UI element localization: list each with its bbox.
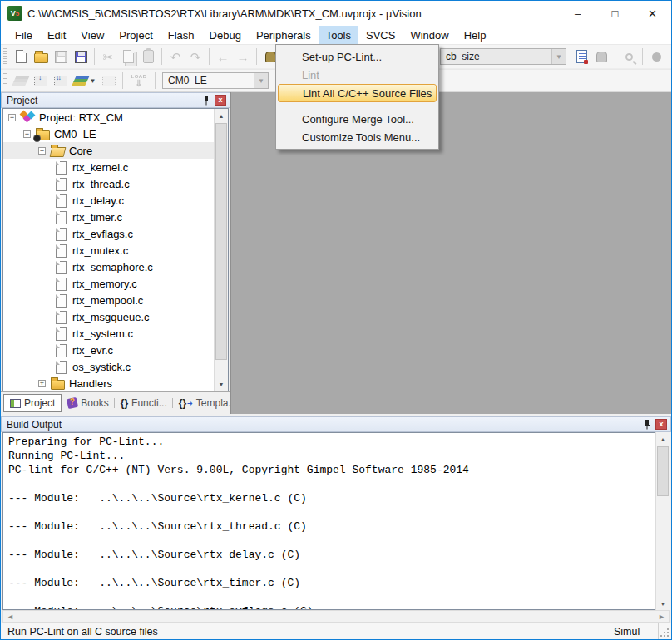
debug-session-button[interactable] <box>619 47 639 66</box>
build-output-line <box>8 477 669 491</box>
build-output-line: Preparing for PC-Lint... <box>8 435 669 449</box>
tree-item[interactable]: rtx_evr.c <box>3 342 228 358</box>
menu-bar-item[interactable]: Flash <box>161 26 202 44</box>
panel-tab[interactable]: Functi... <box>115 394 173 412</box>
scrollbar-thumb[interactable] <box>215 123 227 360</box>
toolbar-grip[interactable] <box>3 48 7 65</box>
build-output-scrollbar[interactable]: ▲ ▼ <box>655 432 670 610</box>
tree-expander[interactable] <box>23 130 31 138</box>
save-button[interactable] <box>51 47 71 66</box>
scroll-left-icon[interactable]: ◄ <box>7 613 14 621</box>
menu-bar-item[interactable]: View <box>73 26 111 44</box>
tab-icon <box>67 397 78 409</box>
project-tree-scrollbar[interactable]: ▲ ▼ <box>214 109 228 391</box>
new-file-button[interactable] <box>11 47 31 66</box>
build-output-line: --- Module: ..\..\..\Source\rtx_kernel.c… <box>8 491 669 505</box>
find-button[interactable] <box>591 47 611 66</box>
menu-bar-item[interactable]: Peripherals <box>249 26 319 44</box>
build-output-console[interactable]: Preparing for PC-Lint...Running PC-Lint.… <box>2 432 670 610</box>
tree-item[interactable]: rtx_system.c <box>3 325 228 342</box>
paste-button[interactable] <box>138 47 158 66</box>
target-select-combobox[interactable]: CM0_LE ▼ <box>162 72 269 89</box>
menu-bar-item[interactable]: Debug <box>202 26 249 44</box>
save-all-button[interactable] <box>71 47 91 66</box>
menu-bar-item[interactable]: Tools <box>319 26 358 44</box>
build-output-hscrollbar[interactable]: ◄ ► <box>2 610 670 623</box>
tree-expander[interactable] <box>8 114 16 121</box>
menu-bar-item[interactable]: Help <box>457 26 494 44</box>
build-icon <box>34 76 47 86</box>
tree-item[interactable]: rtx_kernel.c <box>3 159 228 175</box>
copy-button[interactable] <box>118 47 138 66</box>
scroll-down-icon[interactable]: ▼ <box>656 597 670 610</box>
build-output-close-button[interactable]: x <box>655 419 667 430</box>
tools-menu-item[interactable] <box>278 102 437 110</box>
chevron-down-icon[interactable]: ▼ <box>551 49 566 64</box>
pin-icon[interactable] <box>201 95 211 106</box>
tree-expander[interactable] <box>38 380 46 387</box>
maximize-button[interactable]: □ <box>596 1 634 26</box>
menu-bar-item[interactable]: Edit <box>40 26 73 44</box>
project-panel-close-button[interactable]: x <box>215 95 226 106</box>
resize-grip[interactable] <box>658 623 671 639</box>
scroll-right-icon[interactable]: ► <box>658 613 665 621</box>
download-button[interactable]: LOAD <box>126 71 151 91</box>
undo-button[interactable]: ↶ <box>166 47 185 66</box>
stop-build-button[interactable] <box>99 71 119 91</box>
menu-bar-item[interactable]: SVCS <box>358 26 403 44</box>
tree-item[interactable]: rtx_evflags.c <box>3 225 228 242</box>
tree-item[interactable]: CM0_LE <box>3 126 228 142</box>
chevron-down-icon[interactable]: ▼ <box>90 77 96 85</box>
tree-item[interactable]: Project: RTX_CM <box>3 109 228 126</box>
tree-item-icon <box>53 260 68 273</box>
tools-menu-item[interactable]: Customize Tools Menu... <box>278 128 437 146</box>
navigate-back-button[interactable]: ← <box>213 47 233 66</box>
tree-expander[interactable] <box>38 147 46 155</box>
project-panel-title: Project <box>7 95 201 106</box>
build-output-title: Build Output <box>7 419 642 431</box>
batch-build-button[interactable]: ▼ <box>71 71 99 91</box>
tools-menu-item[interactable]: Lint <box>278 66 437 84</box>
chevron-down-icon[interactable]: ▼ <box>254 73 268 88</box>
tree-item[interactable]: rtx_timer.c <box>3 209 228 225</box>
tree-item[interactable]: rtx_semaphore.c <box>3 258 228 275</box>
build-output-line <box>8 590 669 604</box>
tree-item[interactable]: rtx_thread.c <box>3 175 228 192</box>
cut-button[interactable]: ✂ <box>98 47 118 66</box>
tools-menu-item[interactable]: Set-up PC-Lint... <box>278 47 437 66</box>
redo-button[interactable]: ↷ <box>185 47 205 66</box>
tree-item[interactable]: Core <box>3 142 228 159</box>
translate-button[interactable] <box>11 71 31 91</box>
rebuild-button[interactable] <box>51 71 71 91</box>
menu-bar-item[interactable]: Window <box>403 26 456 44</box>
panel-tab[interactable]: Books <box>62 394 114 412</box>
scroll-up-icon[interactable]: ▲ <box>215 109 228 122</box>
scrollbar-thumb[interactable] <box>657 446 669 496</box>
tree-item[interactable]: rtx_mutex.c <box>3 242 228 258</box>
tools-menu-item[interactable]: Lint All C/C++ Source Files <box>278 84 437 102</box>
breakpoint-button[interactable] <box>646 47 666 66</box>
tree-item[interactable]: os_systick.c <box>3 358 228 375</box>
tree-item-icon <box>53 210 68 224</box>
build-button[interactable] <box>31 71 51 91</box>
tree-item-icon <box>53 343 68 357</box>
tree-item[interactable]: rtx_msgqueue.c <box>3 308 228 325</box>
find-in-files-button[interactable] <box>571 47 591 66</box>
tree-item[interactable]: rtx_memory.c <box>3 275 228 292</box>
scroll-down-icon[interactable]: ▼ <box>215 377 228 391</box>
navigate-forward-button[interactable]: → <box>233 47 253 66</box>
tree-item[interactable]: rtx_delay.c <box>3 192 228 209</box>
menu-bar-item[interactable]: Project <box>111 26 160 44</box>
toolbar-grip[interactable] <box>3 73 7 88</box>
minimize-button[interactable]: – <box>559 1 596 26</box>
panel-tab[interactable]: Project <box>3 394 62 412</box>
open-file-button[interactable] <box>31 47 51 66</box>
close-button[interactable]: ✕ <box>634 1 671 26</box>
pin-icon[interactable] <box>642 419 652 430</box>
find-combobox[interactable]: cb_size ▼ <box>440 48 566 65</box>
tree-item[interactable]: Handlers <box>3 375 228 391</box>
menu-bar-item[interactable]: File <box>7 26 40 44</box>
tools-menu-item[interactable]: Configure Merge Tool... <box>278 110 437 128</box>
tree-item[interactable]: rtx_mempool.c <box>3 292 228 308</box>
scroll-up-icon[interactable]: ▲ <box>656 432 670 446</box>
